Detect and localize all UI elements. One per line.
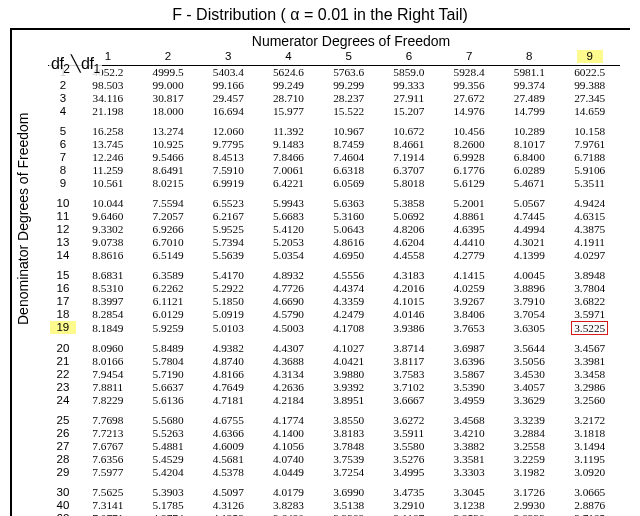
table-row: 168.53106.22625.29224.77264.43744.20164.… — [48, 282, 620, 295]
table-row: 247.82295.61364.71814.21843.89513.66673.… — [48, 394, 620, 407]
row-header: 9 — [48, 177, 78, 190]
table-cell: 8.4513 — [198, 151, 258, 164]
table-cell: 3.3981 — [559, 355, 620, 368]
table-row: 613.74510.9259.77959.14838.74598.46618.2… — [48, 138, 620, 151]
table-cell: 3.6987 — [439, 342, 499, 355]
table-cell: 9.5466 — [138, 151, 198, 164]
table-cell: 5.0692 — [379, 210, 439, 223]
table-cell: 4.1415 — [439, 269, 499, 282]
table-cell: 6.1776 — [439, 164, 499, 177]
row-header: 13 — [48, 236, 78, 249]
column-header: 8 — [499, 50, 559, 66]
table-cell: 4.2636 — [258, 381, 318, 394]
table-cell: 99.000 — [138, 79, 198, 92]
table-cell: 4.3126 — [198, 499, 258, 512]
table-cell: 27.911 — [379, 92, 439, 105]
table-cell: 10.158 — [559, 125, 620, 138]
table-cell: 6.0569 — [319, 177, 379, 190]
table-row: 139.07386.70105.73945.20534.86164.62044.… — [48, 236, 620, 249]
table-cell: 8.7459 — [319, 138, 379, 151]
table-cell: 4.1259 — [198, 512, 258, 516]
column-header: 6 — [379, 50, 439, 66]
table-cell: 3.7054 — [499, 308, 559, 321]
table-cell: 3.7539 — [319, 453, 379, 466]
table-cell: 4.1056 — [258, 440, 318, 453]
table-cell: 6.9919 — [198, 177, 258, 190]
table-cell: 4.8206 — [379, 223, 439, 236]
table-cell: 5.6683 — [258, 210, 318, 223]
table-cell: 4.7726 — [258, 282, 318, 295]
table-cell: 3.1818 — [559, 427, 620, 440]
table-cell: 5928.4 — [439, 65, 499, 79]
row-header: 27 — [48, 440, 78, 453]
table-cell: 3.4959 — [439, 394, 499, 407]
table-cell: 3.5138 — [319, 499, 379, 512]
table-cell: 8.0166 — [78, 355, 138, 368]
table-cell: 3.6396 — [439, 355, 499, 368]
table-cell: 5.4881 — [138, 440, 198, 453]
table-cell: 4.1027 — [319, 342, 379, 355]
table-cell: 6.9928 — [439, 151, 499, 164]
table-row: 516.25813.27412.06011.39210.96710.67210.… — [48, 125, 620, 138]
table-row: 407.31415.17854.31263.82833.51383.29103.… — [48, 499, 620, 512]
table-cell: 4.1399 — [499, 249, 559, 262]
table-cell: 8.1849 — [78, 321, 138, 336]
table-cell: 3.1195 — [559, 453, 620, 466]
table-cell: 3.6490 — [258, 512, 318, 516]
table-cell: 3.7583 — [379, 368, 439, 381]
table-cell: 5.8489 — [138, 342, 198, 355]
row-header: 20 — [48, 342, 78, 355]
row-header: 23 — [48, 381, 78, 394]
table-cell: 4.1774 — [258, 414, 318, 427]
table-cell: 3.8714 — [379, 342, 439, 355]
table-cell: 4.7445 — [499, 210, 559, 223]
table-cell: 5.2001 — [439, 197, 499, 210]
table-cell: 4.5003 — [258, 321, 318, 336]
table-cell: 7.9454 — [78, 368, 138, 381]
table-cell: 3.7848 — [319, 440, 379, 453]
table-cell: 5.4170 — [198, 269, 258, 282]
table-cell: 6.1121 — [138, 295, 198, 308]
table-cell: 4.3021 — [499, 236, 559, 249]
table-cell: 4.6315 — [559, 210, 620, 223]
table-cell: 9.1483 — [258, 138, 318, 151]
table-cell: 3.5911 — [379, 427, 439, 440]
table-cell: 5.0103 — [198, 321, 258, 336]
table-row: 119.64607.20576.21675.66835.31605.06924.… — [48, 210, 620, 223]
table-cell: 7.1914 — [379, 151, 439, 164]
table-row: 712.2469.54668.45137.84667.46047.19146.9… — [48, 151, 620, 164]
table-cell: 4.3134 — [258, 368, 318, 381]
table-cell: 3.8183 — [319, 427, 379, 440]
table-cell: 4.8932 — [258, 269, 318, 282]
table-cell: 3.2558 — [499, 440, 559, 453]
table-cell: 5.4204 — [138, 466, 198, 479]
table-cell: 3.3882 — [439, 440, 499, 453]
table-cell: 18.000 — [138, 105, 198, 118]
table-cell: 8.0960 — [78, 342, 138, 355]
row-header: 22 — [48, 368, 78, 381]
table-cell: 5.4671 — [499, 177, 559, 190]
table-cell: 6.4221 — [258, 177, 318, 190]
table-cell: 14.976 — [439, 105, 499, 118]
denominator-heading: Denominator Degrees of Freedom — [16, 112, 32, 324]
column-header: 7 — [439, 50, 499, 66]
table-cell: 3.2910 — [379, 499, 439, 512]
table-cell: 2.8233 — [499, 512, 559, 516]
table-cell: 4.0421 — [319, 355, 379, 368]
table-row: 218.01665.78044.87404.36884.04213.81173.… — [48, 355, 620, 368]
table-cell: 7.0771 — [78, 512, 138, 516]
table-cell: 13.745 — [78, 138, 138, 151]
table-cell: 5.8018 — [379, 177, 439, 190]
table-cell: 7.6356 — [78, 453, 138, 466]
table-cell: 4.1911 — [559, 236, 620, 249]
table-cell: 4.2779 — [439, 249, 499, 262]
table-cell: 21.198 — [78, 105, 138, 118]
table-cell: 4.6009 — [198, 440, 258, 453]
table-row: 257.76985.56804.67554.17743.85503.62723.… — [48, 414, 620, 427]
table-cell: 27.489 — [499, 92, 559, 105]
table-container: Numerator Degrees of Freedom df2╲df1 Den… — [10, 28, 630, 516]
table-cell: 6.5149 — [138, 249, 198, 262]
row-header: 5 — [48, 125, 78, 138]
table-cell: 4.6395 — [439, 223, 499, 236]
table-cell: 4.5097 — [198, 486, 258, 499]
